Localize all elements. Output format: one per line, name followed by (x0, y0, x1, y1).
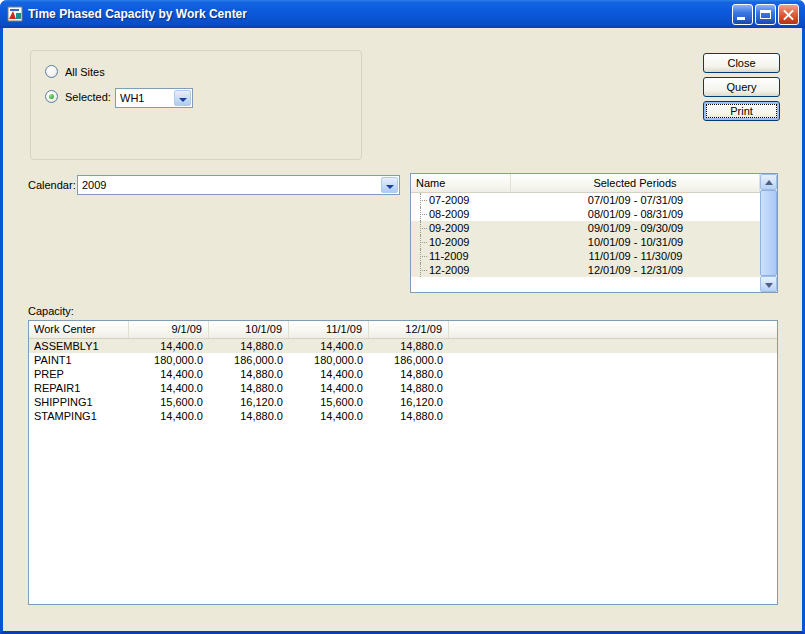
capacity-column-header[interactable]: 11/1/09 (289, 321, 369, 338)
capacity-header: Work Center9/1/0910/1/0911/1/0912/1/09 (29, 321, 777, 339)
calendar-label: Calendar: (28, 179, 76, 191)
work-center-cell: REPAIR1 (29, 381, 129, 395)
capacity-value-cell: 16,120.0 (209, 395, 289, 409)
period-name: 10-2009 (411, 235, 511, 249)
chevron-down-icon (386, 185, 394, 189)
scroll-down-icon (765, 283, 773, 288)
capacity-value-cell: 14,880.0 (209, 381, 289, 395)
work-center-cell: PREP (29, 367, 129, 381)
calendar-combobox-dropdown-button[interactable] (381, 177, 398, 193)
scroll-up-button[interactable] (760, 174, 777, 190)
scroll-up-icon (765, 180, 773, 185)
period-range: 11/01/09 - 11/30/09 (511, 249, 760, 263)
titlebar[interactable]: Time Phased Capacity by Work Center (0, 0, 805, 28)
period-row[interactable]: 12-200912/01/09 - 12/31/09 (411, 263, 760, 277)
all-sites-label: All Sites (65, 66, 105, 78)
all-sites-option[interactable]: All Sites (45, 65, 105, 78)
period-row[interactable]: 09-200909/01/09 - 09/30/09 (411, 221, 760, 235)
window-title: Time Phased Capacity by Work Center (28, 7, 732, 21)
capacity-value-cell: 14,880.0 (369, 339, 449, 353)
capacity-value-cell: 14,400.0 (129, 381, 209, 395)
capacity-row[interactable]: REPAIR114,400.014,880.014,400.014,880.0 (29, 381, 777, 395)
capacity-value-cell: 14,400.0 (289, 409, 369, 423)
chevron-down-icon (179, 98, 187, 102)
period-row[interactable]: 10-200910/01/09 - 10/31/09 (411, 235, 760, 249)
capacity-value-cell: 180,000.0 (289, 353, 369, 367)
site-combobox[interactable]: WH1 (115, 88, 193, 108)
capacity-value-cell: 14,400.0 (129, 409, 209, 423)
work-center-cell: SHIPPING1 (29, 395, 129, 409)
close-window-button[interactable] (778, 4, 799, 25)
capacity-row[interactable]: SHIPPING115,600.016,120.015,600.016,120.… (29, 395, 777, 409)
periods-rows: 07-200907/01/09 - 07/31/0908-200908/01/0… (411, 193, 760, 277)
app-icon (7, 6, 23, 22)
site-combobox-value: WH1 (120, 92, 172, 104)
period-range: 12/01/09 - 12/31/09 (511, 263, 760, 277)
period-name: 08-2009 (411, 207, 511, 221)
periods-column-header[interactable]: Name (411, 174, 511, 192)
selected-site-label: Selected: (65, 91, 111, 103)
period-row[interactable]: 11-200911/01/09 - 11/30/09 (411, 249, 760, 263)
periods-header: NameSelected Periods (411, 174, 760, 193)
print-button[interactable]: Print (703, 101, 780, 121)
capacity-value-cell: 14,880.0 (369, 367, 449, 381)
period-range: 09/01/09 - 09/30/09 (511, 221, 760, 235)
window: Time Phased Capacity by Work Center All … (0, 0, 805, 634)
minimize-icon (737, 17, 745, 20)
capacity-value-cell: 14,400.0 (289, 339, 369, 353)
periods-list: NameSelected Periods 07-200907/01/09 - 0… (410, 173, 778, 293)
capacity-value-cell: 180,000.0 (129, 353, 209, 367)
query-button[interactable]: Query (703, 77, 780, 97)
close-button[interactable]: Close (703, 53, 780, 73)
selected-site-radio[interactable] (45, 90, 58, 103)
capacity-rows: ASSEMBLY114,400.014,880.014,400.014,880.… (29, 339, 777, 423)
capacity-row[interactable]: ASSEMBLY114,400.014,880.014,400.014,880.… (29, 339, 777, 353)
capacity-value-cell: 15,600.0 (289, 395, 369, 409)
period-range: 10/01/09 - 10/31/09 (511, 235, 760, 249)
capacity-value-cell: 15,600.0 (129, 395, 209, 409)
capacity-label: Capacity: (28, 305, 74, 317)
maximize-button[interactable] (755, 4, 776, 25)
scrollbar-thumb[interactable] (760, 190, 777, 276)
capacity-value-cell: 14,880.0 (369, 381, 449, 395)
period-row[interactable]: 08-200908/01/09 - 08/31/09 (411, 207, 760, 221)
capacity-value-cell: 186,000.0 (369, 353, 449, 367)
capacity-value-cell: 14,880.0 (369, 409, 449, 423)
capacity-column-header[interactable]: Work Center (29, 321, 129, 338)
calendar-combobox[interactable]: 2009 (77, 175, 400, 195)
capacity-value-cell: 14,400.0 (289, 381, 369, 395)
capacity-value-cell: 14,400.0 (129, 339, 209, 353)
period-name: 12-2009 (411, 263, 511, 277)
capacity-column-header[interactable]: 10/1/09 (209, 321, 289, 338)
period-range: 08/01/09 - 08/31/09 (511, 207, 760, 221)
work-center-cell: PAINT1 (29, 353, 129, 367)
period-name: 09-2009 (411, 221, 511, 235)
site-combobox-dropdown-button[interactable] (174, 90, 191, 106)
capacity-column-header[interactable]: 12/1/09 (369, 321, 449, 338)
minimize-button[interactable] (732, 4, 753, 25)
periods-scrollbar[interactable] (760, 174, 777, 292)
calendar-combobox-value: 2009 (82, 179, 379, 191)
site-selection-group: All Sites Selected: WH1 (30, 50, 362, 160)
scroll-down-button[interactable] (760, 276, 777, 292)
maximize-icon (760, 10, 771, 19)
capacity-column-header[interactable]: 9/1/09 (129, 321, 209, 338)
capacity-row[interactable]: PREP14,400.014,880.014,400.014,880.0 (29, 367, 777, 381)
capacity-value-cell: 14,880.0 (209, 339, 289, 353)
period-range: 07/01/09 - 07/31/09 (511, 193, 760, 207)
period-name: 07-2009 (411, 193, 511, 207)
periods-column-header[interactable]: Selected Periods (511, 174, 760, 192)
capacity-value-cell: 14,400.0 (129, 367, 209, 381)
selected-site-option[interactable]: Selected: (45, 90, 111, 103)
all-sites-radio[interactable] (45, 65, 58, 78)
capacity-header-filler (449, 321, 777, 338)
capacity-value-cell: 14,880.0 (209, 367, 289, 381)
work-center-cell: ASSEMBLY1 (29, 339, 129, 353)
capacity-value-cell: 16,120.0 (369, 395, 449, 409)
capacity-row[interactable]: STAMPING114,400.014,880.014,400.014,880.… (29, 409, 777, 423)
capacity-value-cell: 186,000.0 (209, 353, 289, 367)
capacity-row[interactable]: PAINT1180,000.0186,000.0180,000.0186,000… (29, 353, 777, 367)
capacity-value-cell: 14,400.0 (289, 367, 369, 381)
window-content: All Sites Selected: WH1 Close Query Prin… (3, 28, 802, 631)
period-row[interactable]: 07-200907/01/09 - 07/31/09 (411, 193, 760, 207)
